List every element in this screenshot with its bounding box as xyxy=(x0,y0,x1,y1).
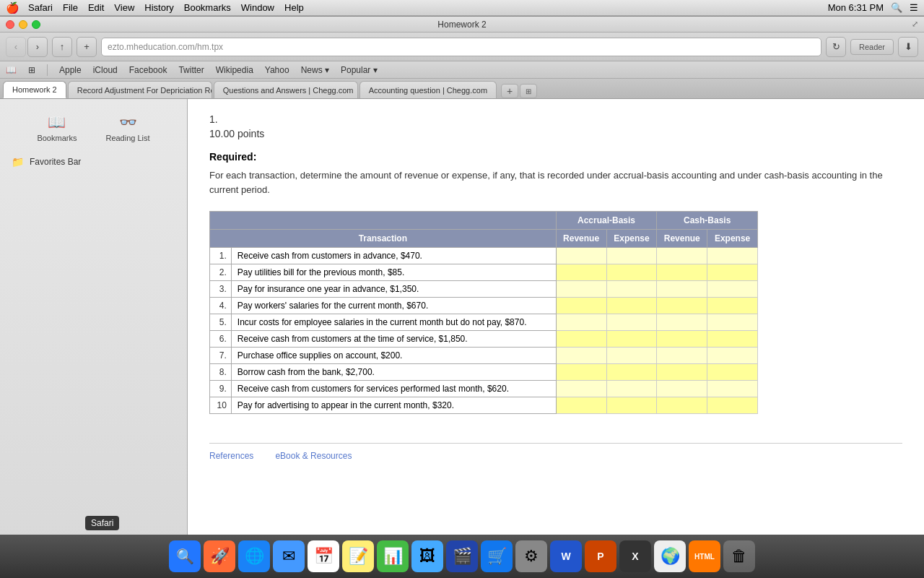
cash-expense-cell[interactable] xyxy=(707,381,758,397)
menu-window[interactable]: Window xyxy=(241,2,274,13)
refresh-button[interactable]: ↻ xyxy=(826,37,846,57)
cash-revenue-cell[interactable] xyxy=(657,298,707,314)
menu-safari[interactable]: Safari xyxy=(28,2,53,13)
menu-edit[interactable]: Edit xyxy=(88,2,104,13)
cash-expense-cell[interactable] xyxy=(707,364,758,381)
close-button[interactable] xyxy=(6,20,14,29)
back-button[interactable]: ‹ xyxy=(6,37,26,57)
accrual-revenue-cell[interactable] xyxy=(556,314,606,331)
dock-finder[interactable]: 🔍 xyxy=(169,540,201,572)
dock-safari[interactable]: 🌐 xyxy=(238,540,270,572)
bm-icloud[interactable]: iCloud xyxy=(93,65,118,75)
sidebar-bookmarks[interactable]: 📖 Bookmarks xyxy=(37,113,77,142)
resize-icon[interactable]: ⤢ xyxy=(912,20,918,29)
accrual-revenue-cell[interactable] xyxy=(556,381,606,397)
dock-calendar[interactable]: 📅 xyxy=(308,540,339,572)
accrual-expense-cell[interactable] xyxy=(606,331,657,348)
bm-twitter[interactable]: Twitter xyxy=(178,65,204,75)
accrual-revenue-cell[interactable] xyxy=(556,364,606,381)
accrual-revenue-cell[interactable] xyxy=(556,348,606,364)
dock-appstore[interactable]: 🛒 xyxy=(481,540,513,572)
dock-chrome[interactable]: 🌍 xyxy=(654,540,686,572)
dock-html[interactable]: HTML xyxy=(689,540,720,572)
search-icon[interactable]: 🔍 xyxy=(891,2,902,13)
references-link[interactable]: References xyxy=(209,451,253,461)
tab-record-adjustment[interactable]: Record Adjustment For Depriciation Reco.… xyxy=(68,81,212,98)
bookmarks-icon[interactable]: 📖 xyxy=(6,65,17,75)
accrual-expense-cell[interactable] xyxy=(606,397,657,414)
accrual-expense-cell[interactable] xyxy=(606,381,657,397)
dock-settings[interactable]: ⚙ xyxy=(515,540,547,572)
bm-facebook[interactable]: Facebook xyxy=(129,65,167,75)
forward-button[interactable]: › xyxy=(27,37,48,57)
tab-chegg-qa[interactable]: Questions and Answers | Chegg.com xyxy=(214,81,358,98)
accrual-expense-cell[interactable] xyxy=(606,264,657,281)
dock-powerpoint[interactable]: P xyxy=(585,540,616,572)
cash-expense-cell[interactable] xyxy=(707,331,758,348)
control-strip-icon[interactable]: ☰ xyxy=(910,2,918,13)
cash-expense-cell[interactable] xyxy=(707,314,758,331)
tab-grid-button[interactable]: ⊞ xyxy=(520,84,537,98)
bm-yahoo[interactable]: Yahoo xyxy=(265,65,289,75)
dock-launchpad[interactable]: 🚀 xyxy=(204,540,235,572)
accrual-expense-cell[interactable] xyxy=(606,281,657,298)
menu-history[interactable]: History xyxy=(144,2,173,13)
cash-expense-cell[interactable] xyxy=(707,397,758,414)
menu-bookmarks[interactable]: Bookmarks xyxy=(184,2,231,13)
dock-word[interactable]: W xyxy=(550,540,582,572)
download-icon[interactable]: ⬇ xyxy=(898,37,918,57)
cash-expense-cell[interactable] xyxy=(707,264,758,281)
url-bar[interactable]: ezto.mheducation.com /hm.tpx xyxy=(101,38,821,56)
cash-expense-cell[interactable] xyxy=(707,298,758,314)
cash-revenue-cell[interactable] xyxy=(657,397,707,414)
accrual-expense-cell[interactable] xyxy=(606,298,657,314)
dock-numbers[interactable]: 📊 xyxy=(377,540,409,572)
cash-revenue-cell[interactable] xyxy=(657,364,707,381)
dock-x[interactable]: X xyxy=(619,540,651,572)
accrual-expense-cell[interactable] xyxy=(606,248,657,264)
cash-revenue-cell[interactable] xyxy=(657,381,707,397)
bm-wikipedia[interactable]: Wikipedia xyxy=(216,65,253,75)
menu-file[interactable]: File xyxy=(63,2,78,13)
cash-expense-cell[interactable] xyxy=(707,348,758,364)
accrual-revenue-cell[interactable] xyxy=(556,248,606,264)
bookmarks-grid-icon[interactable]: ⊞ xyxy=(28,65,35,75)
maximize-button[interactable] xyxy=(32,20,40,29)
minimize-button[interactable] xyxy=(19,20,27,29)
sidebar-reading-list[interactable]: 👓 Reading List xyxy=(105,113,149,142)
menu-view[interactable]: View xyxy=(114,2,134,13)
bm-popular[interactable]: Popular ▾ xyxy=(341,65,378,75)
share-button[interactable]: ↑ xyxy=(52,37,72,57)
cash-revenue-cell[interactable] xyxy=(657,264,707,281)
reader-button[interactable]: Reader xyxy=(850,39,894,55)
accrual-revenue-cell[interactable] xyxy=(556,397,606,414)
add-tab-button[interactable]: + xyxy=(501,84,518,98)
dock-email[interactable]: ✉ xyxy=(273,540,305,572)
cash-revenue-cell[interactable] xyxy=(657,348,707,364)
accrual-revenue-cell[interactable] xyxy=(556,331,606,348)
cash-revenue-cell[interactable] xyxy=(657,248,707,264)
cash-expense-cell[interactable] xyxy=(707,281,758,298)
accrual-expense-cell[interactable] xyxy=(606,314,657,331)
favorites-bar-folder[interactable]: 📁 Favorites Bar xyxy=(12,154,175,170)
dock-images[interactable]: 🖼 xyxy=(411,540,443,572)
dock-imovie[interactable]: 🎬 xyxy=(446,540,478,572)
dock-notes[interactable]: 📝 xyxy=(342,540,374,572)
bm-news[interactable]: News ▾ xyxy=(301,65,329,75)
accrual-revenue-cell[interactable] xyxy=(556,281,606,298)
ebook-link[interactable]: eBook & Resources xyxy=(275,451,352,461)
accrual-revenue-cell[interactable] xyxy=(556,264,606,281)
accrual-revenue-cell[interactable] xyxy=(556,298,606,314)
cash-revenue-cell[interactable] xyxy=(657,281,707,298)
new-tab-button[interactable]: + xyxy=(77,37,97,57)
cash-revenue-cell[interactable] xyxy=(657,331,707,348)
cash-expense-cell[interactable] xyxy=(707,248,758,264)
dock-trash[interactable]: 🗑 xyxy=(723,540,755,572)
tab-homework2[interactable]: Homework 2 xyxy=(3,81,66,98)
cash-revenue-cell[interactable] xyxy=(657,314,707,331)
apple-menu[interactable]: 🍎 xyxy=(6,1,19,14)
accrual-expense-cell[interactable] xyxy=(606,364,657,381)
tab-accounting-question[interactable]: Accounting question | Chegg.com xyxy=(359,81,497,98)
accrual-expense-cell[interactable] xyxy=(606,348,657,364)
bm-apple[interactable]: Apple xyxy=(59,65,82,75)
